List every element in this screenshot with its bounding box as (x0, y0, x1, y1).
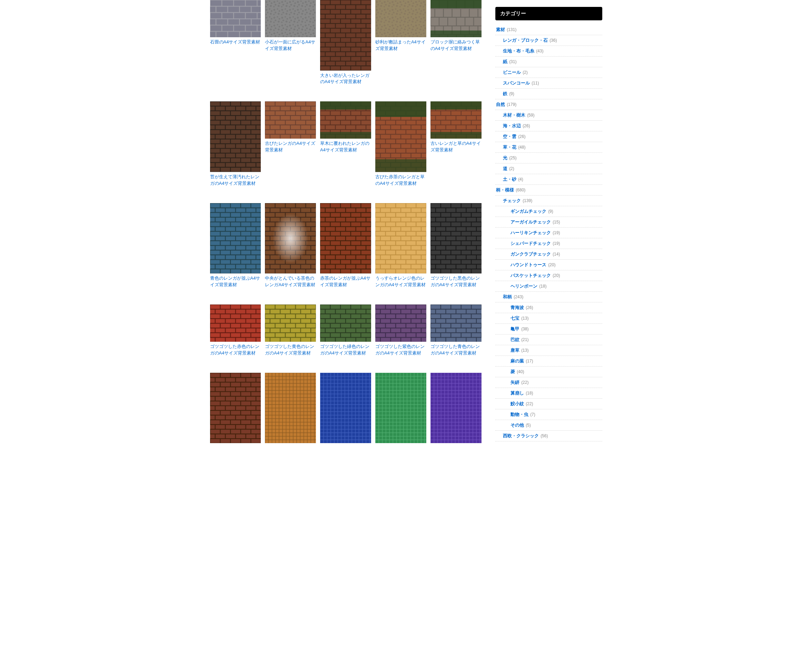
category-link[interactable]: 青海波 (511, 305, 524, 310)
category-count: (13) (521, 316, 528, 321)
category-link[interactable]: 唐草 (511, 348, 519, 353)
category-link[interactable]: 柄・模様 (496, 187, 514, 192)
category-link[interactable]: 光 (503, 155, 508, 160)
category-link[interactable]: 巴紋 (511, 337, 519, 342)
thumbnail-title[interactable]: 砂利が敷詰まったA4サイズ背景素材 (375, 39, 426, 52)
thumbnail-title[interactable]: 中央がとんでいる茶色のレンガA4サイズ背景素材 (265, 275, 316, 288)
thumbnail-link[interactable] (375, 0, 426, 37)
category-link[interactable]: 空・雲 (503, 134, 516, 139)
thumbnail-link[interactable] (375, 101, 426, 172)
category-link[interactable]: アーガイルチェック (511, 219, 551, 225)
category-item: 土・砂 (4) (495, 174, 602, 185)
category-link[interactable]: レンガ・ブロック・石 (503, 38, 548, 43)
thumbnail-link[interactable] (265, 304, 316, 342)
category-link[interactable]: 西欧・クラシック (503, 433, 539, 438)
category-link[interactable]: 土・砂 (503, 176, 516, 182)
thumbnail-title[interactable]: 青色のレンガが並ぶA4サイズ背景素材 (210, 275, 261, 288)
thumbnail-title[interactable]: ゴツゴツした赤色のレンガのA4サイズ背景素材 (210, 343, 261, 356)
thumbnail-item: 古びた赤茶のレンガと草のA4サイズ背景素材 (375, 101, 426, 187)
thumbnail-link[interactable] (320, 373, 371, 444)
category-link[interactable]: スパンコール (503, 80, 530, 86)
thumbnail-title[interactable]: 古いレンガと草のA4サイズ背景素材 (430, 140, 482, 153)
thumbnail-link[interactable] (375, 203, 426, 274)
thumbnail-link[interactable] (430, 304, 482, 342)
thumbnail-title[interactable]: ゴツゴツした黒色のレンガのA4サイズ背景素材 (430, 275, 482, 288)
category-link[interactable]: ハーリキンチェック (511, 230, 551, 235)
category-link[interactable]: ハウンドトゥース (511, 262, 546, 267)
category-link[interactable]: 自然 (496, 102, 505, 107)
thumbnail-title[interactable]: ゴツゴツした紫色のレンガのA4サイズ背景素材 (375, 343, 426, 356)
category-link[interactable]: 菱 (511, 369, 515, 374)
thumbnail-title[interactable]: 古びたレンガのA4サイズ背景素材 (265, 140, 316, 153)
thumbnail-link[interactable] (375, 304, 426, 342)
thumbnail-link[interactable] (320, 203, 371, 274)
category-link[interactable]: 道 (503, 166, 508, 171)
thumbnail-title[interactable]: 赤茶のレンガが並ぶA4サイズ背景素材 (320, 275, 371, 288)
category-link[interactable]: 動物・虫 (511, 412, 528, 417)
thumbnail-link[interactable] (210, 304, 261, 342)
category-link[interactable]: 木材・樹木 (503, 113, 525, 118)
thumbnail-link[interactable] (430, 203, 482, 274)
category-count: (9) (548, 209, 553, 214)
svg-rect-86 (210, 203, 261, 274)
thumbnail-title[interactable]: うっすらオレンジ色のレンガのA4サイズ背景素材 (375, 275, 426, 288)
thumbnail-title[interactable]: ブロック塀に絡みつく草のA4サイズ背景素材 (430, 39, 482, 52)
category-link[interactable]: 亀甲 (511, 326, 519, 331)
category-link[interactable]: 七宝 (511, 316, 519, 321)
category-link[interactable]: 鉄 (503, 91, 508, 96)
thumbnail-title[interactable]: 石畳のA4サイズ背景素材 (210, 39, 261, 45)
category-link[interactable]: ガンクラブチェック (511, 251, 551, 257)
thumbnail-link[interactable] (210, 203, 261, 274)
category-link[interactable]: その他 (511, 422, 524, 428)
thumbnail-link[interactable] (210, 101, 261, 172)
thumbnail-link[interactable] (265, 101, 316, 139)
thumbnail-link[interactable] (320, 0, 371, 71)
category-link[interactable]: 算崩し (511, 390, 524, 395)
category-link[interactable]: 生地・布・毛糸 (503, 48, 534, 54)
thumbnail-title[interactable]: ゴツゴツした青色のレンガのA4サイズ背景素材 (430, 343, 482, 356)
thumbnail-title[interactable]: 大きい岩が入ったレンガのA4サイズ背景素材 (320, 72, 371, 86)
category-link[interactable]: 草・花 (503, 145, 516, 150)
svg-rect-60 (320, 101, 371, 110)
category-link[interactable]: 鮫小紋 (511, 401, 524, 406)
category-link[interactable]: 紙 (503, 59, 508, 64)
thumbnail-link[interactable] (265, 0, 316, 37)
thumbnail-title[interactable]: ゴツゴツした緑色のレンガのA4サイズ背景素材 (320, 343, 371, 356)
thumbnail-link[interactable] (430, 101, 482, 139)
category-link[interactable]: 矢絣 (511, 380, 519, 385)
thumbnail-item (375, 373, 426, 445)
thumbnail-link[interactable] (265, 203, 316, 274)
thumbnail-title[interactable]: ゴツゴツした黄色のレンガのA4サイズ背景素材 (265, 343, 316, 356)
thumbnail-link[interactable] (375, 373, 426, 444)
thumbnail-link[interactable] (430, 0, 482, 37)
category-link[interactable]: 和柄 (503, 294, 512, 299)
category-item: シェパードチェック (19) (495, 238, 602, 249)
category-link[interactable]: チェック (503, 198, 521, 203)
thumbnail-link[interactable] (265, 373, 316, 444)
category-link[interactable]: シェパードチェック (511, 241, 551, 246)
category-count: (56) (541, 434, 548, 438)
category-link[interactable]: 素材 (496, 27, 505, 32)
thumbnail-link[interactable] (210, 0, 261, 37)
thumbnail-link[interactable] (320, 304, 371, 342)
thumbnail-link[interactable] (210, 373, 261, 444)
thumbnail-title[interactable]: 苔が生えて薄汚れたレンガのA4サイズ背景素材 (210, 174, 261, 187)
thumbnail-title[interactable]: 草木に覆われたレンガのA4サイズ背景素材 (320, 140, 371, 153)
category-link[interactable]: ヘリンボーン (511, 284, 538, 289)
category-link[interactable]: 麻の葉 (511, 358, 524, 363)
category-link[interactable]: バスケットチェック (511, 273, 551, 278)
thumbnail-link[interactable] (320, 101, 371, 139)
category-count: (4) (518, 177, 523, 182)
category-count: (22) (526, 402, 533, 406)
category-count: (26) (526, 305, 533, 310)
category-link[interactable]: ギンガムチェック (511, 208, 546, 214)
category-link[interactable]: ビニール (503, 70, 521, 75)
category-item: 鮫小紋 (22) (495, 398, 602, 409)
category-link[interactable]: 海・水辺 (503, 123, 521, 128)
category-count: (2) (509, 166, 514, 171)
thumbnail-link[interactable] (430, 373, 482, 444)
thumbnail-title[interactable]: 小石が一面に広がるA4サイズ背景素材 (265, 39, 316, 52)
thumbnail-title[interactable]: 古びた赤茶のレンガと草のA4サイズ背景素材 (375, 174, 426, 187)
category-item: 鉄 (9) (495, 89, 602, 99)
category-item: レンガ・ブロック・石 (36) (495, 35, 602, 46)
